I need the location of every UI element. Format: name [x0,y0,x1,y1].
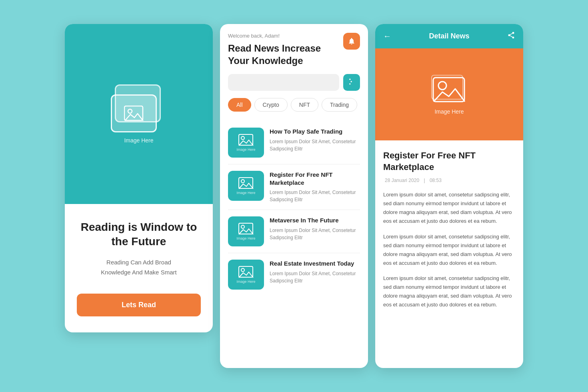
share-button[interactable] [507,31,515,41]
article-title: Register For Free NFT Marketplace [383,150,515,173]
screen3-header: ← Detail News [375,24,523,48]
news-title: Metaverse In The Future [270,216,360,224]
news-title: Real Estate Investment Today [270,260,360,268]
back-button[interactable]: ← [383,32,391,41]
notification-button[interactable] [343,33,360,50]
welcome-text: Welcome back, Adam! [228,33,360,39]
news-thumbnail: Image Here [228,216,264,246]
filter-button[interactable] [343,74,360,91]
thumb-image-icon [238,266,254,278]
tab-trading[interactable]: Trading [322,98,357,112]
screen2: Welcome back, Adam! Read News Increase Y… [220,24,368,368]
news-item[interactable]: Image Here Metaverse In The Future Lorem… [228,210,360,253]
news-thumbnail: Image Here [228,260,264,290]
news-desc: Lorem Ipsum Dolor Sit Amet, Consetetur S… [270,189,360,203]
news-content: How To Play Safe Trading Lorem Ipsum Dol… [270,128,360,152]
screen1-content: Reading is Window to the Future Reading … [65,204,213,332]
screen2-header: Welcome back, Adam! Read News Increase Y… [220,24,368,117]
article-meta: 28 Januari 2020 | 08:53 [383,178,515,183]
hero-image-area: Image Here [375,48,523,140]
main-heading: Read News Increase Your Knowledge [228,42,360,67]
thumb-image-icon [238,223,254,235]
article-time: 08:53 [430,178,442,183]
svg-point-4 [349,83,350,84]
article-date: 28 Januari 2020 [385,178,419,183]
screen1-title: Reading is Window to the Future [77,220,201,249]
article-paragraph-2: Lorem ipsum dolor sit amet, consetetur s… [383,232,515,268]
hero-image-icon [431,74,467,104]
tabs-row: All Crypto NFT Trading [228,98,360,113]
article-paragraph-3: Lorem ipsum dolor sit amet, consetetur s… [383,274,515,309]
news-desc: Lorem Ipsum Dolor Sit Amet, Consetetur S… [270,270,360,284]
article-content: Register For Free NFT Marketplace 28 Jan… [375,140,523,325]
news-thumb-label: Image Here [236,236,255,240]
screen1-hero: Image Here [65,24,213,204]
news-content: Real Estate Investment Today Lorem Ipsum… [270,260,360,284]
news-title: Register For Free NFT Marketplace [270,171,360,186]
screen1-image-label: Image Here [124,137,153,144]
news-thumbnail: Image Here [228,128,264,158]
share-icon [507,31,515,39]
svg-point-8 [241,180,244,183]
hero-image-label: Image Here [434,108,464,115]
news-item[interactable]: Image Here Register For Free NFT Marketp… [228,164,360,210]
thumb-image-icon [238,134,254,146]
news-list: Image Here How To Play Safe Trading Lore… [220,117,368,300]
tab-all[interactable]: All [228,98,251,112]
article-paragraph-1: Lorem ipsum dolor sit amet, consetetur s… [383,190,515,226]
bell-icon [348,37,356,45]
screen1-subtitle: Reading Can Add Broad Knowledge And Make… [101,257,176,278]
svg-point-6 [241,136,244,140]
news-desc: Lorem Ipsum Dolor Sit Amet, Consetetur S… [270,138,360,152]
news-desc: Lorem Ipsum Dolor Sit Amet, Consetetur S… [270,227,360,241]
search-input[interactable] [228,74,339,91]
hero-image-placeholder [111,84,167,132]
thumb-image-icon [238,177,254,189]
svg-rect-13 [433,78,464,102]
meta-separator: | [424,178,426,183]
news-content: Register For Free NFT Marketplace Lorem … [270,171,360,203]
news-thumb-label: Image Here [236,148,255,152]
image-card-front [111,94,157,132]
svg-point-1 [128,109,132,113]
news-thumb-label: Image Here [236,280,255,284]
search-row [228,74,360,91]
lets-read-button[interactable]: Lets Read [77,294,201,316]
svg-point-10 [241,225,244,228]
news-item[interactable]: Image Here How To Play Safe Trading Lore… [228,121,360,164]
image-icon [124,106,144,122]
news-thumb-label: Image Here [236,191,255,195]
svg-point-3 [351,81,352,82]
tab-crypto[interactable]: Crypto [254,98,288,112]
tab-nft[interactable]: NFT [291,98,318,112]
screens-container: Image Here Reading is Window to the Futu… [65,24,523,368]
news-thumbnail: Image Here [228,171,264,201]
filter-icon [348,78,356,88]
screen3-header-title: Detail News [429,32,469,40]
news-item[interactable]: Image Here Real Estate Investment Today … [228,253,360,296]
svg-point-15 [438,82,446,90]
svg-point-12 [241,268,244,272]
screen1: Image Here Reading is Window to the Futu… [65,24,213,332]
screen3: ← Detail News Image Here Register For Fr… [375,24,523,368]
svg-point-2 [349,78,350,80]
news-title: How To Play Safe Trading [270,128,360,136]
news-content: Metaverse In The Future Lorem Ipsum Dolo… [270,216,360,241]
